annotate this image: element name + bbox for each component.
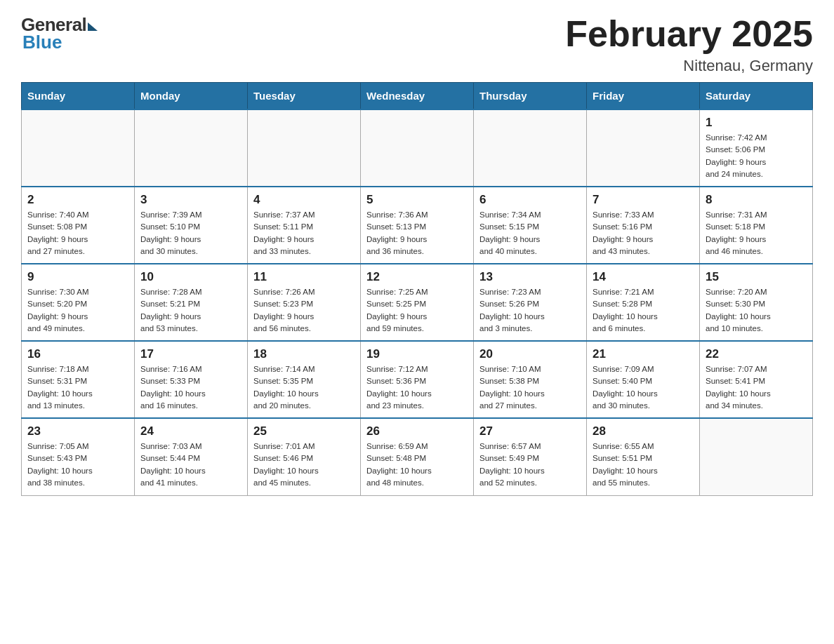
day-number: 8	[706, 193, 807, 207]
day-info: Sunrise: 7:33 AM Sunset: 5:16 PM Dayligh…	[593, 209, 694, 257]
calendar-cell: 3Sunrise: 7:39 AM Sunset: 5:10 PM Daylig…	[135, 187, 248, 264]
day-number: 3	[140, 193, 241, 207]
day-number: 24	[140, 424, 241, 438]
day-info: Sunrise: 6:59 AM Sunset: 5:48 PM Dayligh…	[366, 441, 468, 489]
day-info: Sunrise: 7:03 AM Sunset: 5:44 PM Dayligh…	[140, 441, 241, 489]
week-row-2: 2Sunrise: 7:40 AM Sunset: 5:08 PM Daylig…	[22, 187, 813, 264]
calendar-cell: 8Sunrise: 7:31 AM Sunset: 5:18 PM Daylig…	[700, 187, 813, 264]
day-info: Sunrise: 7:42 AM Sunset: 5:06 PM Dayligh…	[706, 132, 807, 180]
day-info: Sunrise: 7:20 AM Sunset: 5:30 PM Dayligh…	[706, 286, 807, 335]
month-title: February 2025	[565, 14, 813, 54]
day-number: 15	[706, 270, 807, 284]
calendar-cell: 20Sunrise: 7:10 AM Sunset: 5:38 PM Dayli…	[474, 341, 587, 418]
calendar-cell: 5Sunrise: 7:36 AM Sunset: 5:13 PM Daylig…	[361, 187, 474, 264]
day-info: Sunrise: 7:28 AM Sunset: 5:21 PM Dayligh…	[140, 286, 241, 335]
calendar-cell	[361, 109, 474, 187]
weekday-header-friday: Friday	[587, 83, 700, 110]
calendar-cell: 9Sunrise: 7:30 AM Sunset: 5:20 PM Daylig…	[22, 264, 135, 341]
weekday-header-tuesday: Tuesday	[248, 83, 361, 110]
day-number: 9	[27, 270, 128, 284]
day-number: 14	[593, 270, 694, 284]
day-info: Sunrise: 7:21 AM Sunset: 5:28 PM Dayligh…	[593, 286, 694, 335]
calendar-cell: 4Sunrise: 7:37 AM Sunset: 5:11 PM Daylig…	[248, 187, 361, 264]
page-header: General Blue February 2025 Nittenau, Ger…	[21, 14, 813, 75]
weekday-header-row: SundayMondayTuesdayWednesdayThursdayFrid…	[22, 83, 813, 110]
day-info: Sunrise: 7:30 AM Sunset: 5:20 PM Dayligh…	[27, 286, 128, 335]
calendar-cell: 14Sunrise: 7:21 AM Sunset: 5:28 PM Dayli…	[587, 264, 700, 341]
day-number: 16	[27, 347, 128, 361]
day-number: 4	[253, 193, 355, 207]
day-number: 5	[366, 193, 468, 207]
calendar-cell: 16Sunrise: 7:18 AM Sunset: 5:31 PM Dayli…	[22, 341, 135, 418]
day-info: Sunrise: 7:31 AM Sunset: 5:18 PM Dayligh…	[706, 209, 807, 257]
day-info: Sunrise: 7:23 AM Sunset: 5:26 PM Dayligh…	[479, 286, 581, 335]
day-number: 7	[593, 193, 694, 207]
weekday-header-sunday: Sunday	[22, 83, 135, 110]
calendar-cell: 27Sunrise: 6:57 AM Sunset: 5:49 PM Dayli…	[474, 418, 587, 495]
calendar-cell	[700, 418, 813, 495]
logo-arrow-icon	[88, 22, 98, 31]
calendar-cell: 21Sunrise: 7:09 AM Sunset: 5:40 PM Dayli…	[587, 341, 700, 418]
calendar-cell: 28Sunrise: 6:55 AM Sunset: 5:51 PM Dayli…	[587, 418, 700, 495]
calendar-cell	[474, 109, 587, 187]
day-number: 2	[27, 193, 128, 207]
day-number: 17	[140, 347, 241, 361]
day-number: 19	[366, 347, 468, 361]
calendar-cell: 11Sunrise: 7:26 AM Sunset: 5:23 PM Dayli…	[248, 264, 361, 341]
logo-blue-text: Blue	[22, 32, 62, 53]
weekday-header-monday: Monday	[135, 83, 248, 110]
day-number: 10	[140, 270, 241, 284]
day-number: 21	[593, 347, 694, 361]
location-title: Nittenau, Germany	[565, 57, 813, 75]
day-number: 18	[253, 347, 355, 361]
week-row-5: 23Sunrise: 7:05 AM Sunset: 5:43 PM Dayli…	[22, 418, 813, 495]
day-info: Sunrise: 7:26 AM Sunset: 5:23 PM Dayligh…	[253, 286, 355, 335]
day-info: Sunrise: 7:36 AM Sunset: 5:13 PM Dayligh…	[366, 209, 468, 257]
day-info: Sunrise: 7:37 AM Sunset: 5:11 PM Dayligh…	[253, 209, 355, 257]
day-info: Sunrise: 7:16 AM Sunset: 5:33 PM Dayligh…	[140, 363, 241, 412]
calendar-cell	[22, 109, 135, 187]
day-number: 1	[706, 116, 807, 130]
weekday-header-wednesday: Wednesday	[361, 83, 474, 110]
day-info: Sunrise: 7:34 AM Sunset: 5:15 PM Dayligh…	[479, 209, 581, 257]
week-row-3: 9Sunrise: 7:30 AM Sunset: 5:20 PM Daylig…	[22, 264, 813, 341]
day-number: 12	[366, 270, 468, 284]
calendar-cell: 1Sunrise: 7:42 AM Sunset: 5:06 PM Daylig…	[700, 109, 813, 187]
calendar-cell: 18Sunrise: 7:14 AM Sunset: 5:35 PM Dayli…	[248, 341, 361, 418]
day-info: Sunrise: 7:07 AM Sunset: 5:41 PM Dayligh…	[706, 363, 807, 412]
calendar-cell: 2Sunrise: 7:40 AM Sunset: 5:08 PM Daylig…	[22, 187, 135, 264]
calendar-cell: 24Sunrise: 7:03 AM Sunset: 5:44 PM Dayli…	[135, 418, 248, 495]
calendar-cell: 6Sunrise: 7:34 AM Sunset: 5:15 PM Daylig…	[474, 187, 587, 264]
logo: General Blue	[21, 14, 98, 53]
day-number: 11	[253, 270, 355, 284]
day-number: 25	[253, 424, 355, 438]
calendar-cell: 17Sunrise: 7:16 AM Sunset: 5:33 PM Dayli…	[135, 341, 248, 418]
day-number: 23	[27, 424, 128, 438]
calendar-cell	[135, 109, 248, 187]
calendar-cell: 19Sunrise: 7:12 AM Sunset: 5:36 PM Dayli…	[361, 341, 474, 418]
week-row-4: 16Sunrise: 7:18 AM Sunset: 5:31 PM Dayli…	[22, 341, 813, 418]
day-number: 26	[366, 424, 468, 438]
day-info: Sunrise: 7:40 AM Sunset: 5:08 PM Dayligh…	[27, 209, 128, 257]
day-info: Sunrise: 7:10 AM Sunset: 5:38 PM Dayligh…	[479, 363, 581, 412]
day-number: 22	[706, 347, 807, 361]
calendar-cell	[248, 109, 361, 187]
calendar-cell: 7Sunrise: 7:33 AM Sunset: 5:16 PM Daylig…	[587, 187, 700, 264]
day-number: 27	[479, 424, 581, 438]
day-info: Sunrise: 6:55 AM Sunset: 5:51 PM Dayligh…	[593, 441, 694, 489]
title-block: February 2025 Nittenau, Germany	[565, 14, 813, 75]
calendar-cell: 23Sunrise: 7:05 AM Sunset: 5:43 PM Dayli…	[22, 418, 135, 495]
weekday-header-saturday: Saturday	[700, 83, 813, 110]
day-info: Sunrise: 6:57 AM Sunset: 5:49 PM Dayligh…	[479, 441, 581, 489]
day-info: Sunrise: 7:01 AM Sunset: 5:46 PM Dayligh…	[253, 441, 355, 489]
day-info: Sunrise: 7:05 AM Sunset: 5:43 PM Dayligh…	[27, 441, 128, 489]
day-info: Sunrise: 7:14 AM Sunset: 5:35 PM Dayligh…	[253, 363, 355, 412]
calendar-cell	[587, 109, 700, 187]
week-row-1: 1Sunrise: 7:42 AM Sunset: 5:06 PM Daylig…	[22, 109, 813, 187]
calendar-cell: 22Sunrise: 7:07 AM Sunset: 5:41 PM Dayli…	[700, 341, 813, 418]
day-info: Sunrise: 7:18 AM Sunset: 5:31 PM Dayligh…	[27, 363, 128, 412]
day-info: Sunrise: 7:39 AM Sunset: 5:10 PM Dayligh…	[140, 209, 241, 257]
calendar-cell: 26Sunrise: 6:59 AM Sunset: 5:48 PM Dayli…	[361, 418, 474, 495]
calendar-cell: 15Sunrise: 7:20 AM Sunset: 5:30 PM Dayli…	[700, 264, 813, 341]
calendar-cell: 12Sunrise: 7:25 AM Sunset: 5:25 PM Dayli…	[361, 264, 474, 341]
